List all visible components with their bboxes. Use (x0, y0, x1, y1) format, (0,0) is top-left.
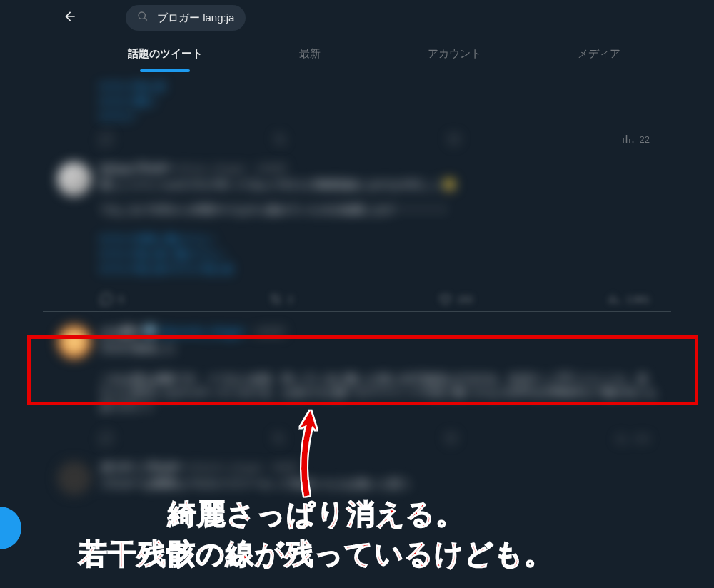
retweet-button[interactable] (273, 133, 447, 146)
tweet-actions: 5 2 153 2,901 (43, 287, 671, 311)
reply-count: 5 (119, 294, 124, 305)
retweet-icon (269, 293, 282, 305)
annotation-text: 綺麗さっぱり消える。 若干残骸の線が残っているけども。 (79, 494, 553, 574)
views-button[interactable]: 2,901 (608, 293, 650, 305)
avatar[interactable] (57, 162, 91, 196)
retweet-count: 2 (288, 294, 293, 305)
compose-button[interactable] (0, 507, 21, 549)
search-icon (137, 11, 149, 25)
tweet-actions: 22 (43, 126, 671, 153)
tabs-bar: 話題のツイート 最新 アカウント メディア (0, 36, 714, 71)
hashtag[interactable]: #ブログ (100, 111, 671, 123)
back-button[interactable] (57, 4, 83, 33)
tab-top[interactable]: 話題のツイート (93, 37, 238, 71)
retweet-button[interactable]: 2 (269, 293, 438, 305)
hashtag[interactable]: #ブログ書け (100, 96, 671, 108)
like-icon (438, 293, 451, 305)
retweet-button[interactable] (272, 432, 444, 445)
views-count: 22 (640, 134, 650, 145)
reply-button[interactable] (100, 133, 273, 146)
search-bar[interactable]: ブロガー lang:ja (126, 5, 246, 31)
views-icon (621, 133, 634, 146)
tab-media[interactable]: メディア (527, 37, 672, 71)
search-query: ブロガー lang:ja (157, 11, 234, 25)
views-icon (608, 293, 620, 305)
reply-button[interactable]: 5 (100, 293, 269, 305)
tab-accounts[interactable]: アカウント (382, 37, 527, 71)
tweet[interactable]: ダイチ｜ブロガー @daichi_blogger · 6時間 ブロガーは重要なマ… (43, 452, 671, 504)
views-button[interactable]: 22 (621, 133, 650, 146)
tab-latest[interactable]: 最新 (238, 37, 383, 71)
views-button[interactable]: 141 (615, 432, 650, 445)
reply-button[interactable] (100, 432, 272, 445)
like-button[interactable] (447, 133, 620, 146)
like-count: 153 (457, 294, 473, 305)
like-button[interactable]: 153 (438, 293, 608, 305)
tweet-actions: 141 (43, 425, 671, 452)
tweet[interactable]: よも周り💎 @yomohu_blogger · 18時間 月20万達成した これ… (43, 312, 671, 425)
views-count: 2,901 (626, 294, 650, 305)
reply-icon (100, 293, 113, 305)
avatar[interactable] (57, 325, 91, 359)
hashtag[interactable]: #ブログ初心者 (100, 81, 671, 93)
avatar[interactable] (57, 461, 91, 495)
tweet[interactable]: なちゅブロガー @natu_blogger · 19時間 新しいジャンルのブログ… (43, 153, 671, 287)
like-button[interactable] (444, 432, 616, 445)
